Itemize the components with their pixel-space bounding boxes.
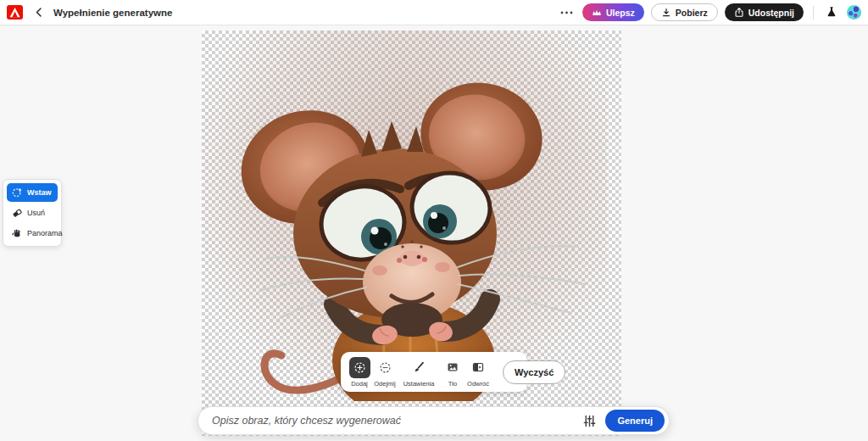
adobe-logo-icon[interactable] — [7, 5, 23, 20]
mode-item-pan[interactable]: Panorama — [7, 224, 58, 243]
share-icon — [734, 7, 744, 18]
brush-subtract-button[interactable]: Odejmij — [372, 357, 398, 388]
crown-icon — [592, 8, 602, 17]
back-button[interactable] — [31, 6, 45, 20]
more-options-icon[interactable] — [559, 4, 576, 21]
header-divider — [813, 6, 814, 20]
generate-button[interactable]: Generuj — [605, 410, 665, 432]
brush-toolbar: Dodaj Odejmij Ustawienia — [341, 352, 527, 392]
brush-add-button[interactable]: Dodaj — [347, 357, 372, 388]
prompt-settings-icon[interactable] — [581, 412, 598, 429]
mode-item-remove[interactable]: Usuń — [7, 204, 58, 222]
brush-add-icon — [349, 357, 370, 378]
background-image-icon — [442, 357, 464, 378]
mode-item-insert[interactable]: Wstaw — [7, 183, 58, 202]
prompt-bar: Generuj — [198, 406, 670, 435]
beta-flask-icon[interactable] — [823, 4, 840, 21]
upgrade-button[interactable]: Ulepsz — [582, 3, 644, 21]
background-button[interactable]: Tło — [440, 357, 465, 388]
download-icon — [661, 8, 671, 18]
prompt-input[interactable] — [212, 415, 573, 427]
download-button[interactable]: Pobierz — [651, 3, 718, 21]
mode-panel: Wstaw Usuń — [3, 179, 62, 247]
share-button[interactable]: Udostępnij — [725, 3, 804, 21]
page-title: Wypełnienie generatywne — [53, 8, 172, 18]
top-bar: Wypełnienie generatywne Ulepsz Pobie — [0, 0, 868, 25]
workspace: Wstaw Usuń — [0, 25, 868, 441]
invert-selection-icon — [468, 357, 489, 378]
brush-icon — [409, 357, 430, 378]
brush-settings-button[interactable]: Ustawienia — [406, 357, 431, 388]
hand-icon — [12, 228, 22, 238]
eraser-icon — [12, 208, 22, 218]
invert-button[interactable]: Odwróć — [465, 357, 491, 388]
clear-button[interactable]: Wyczyść — [503, 360, 565, 384]
insert-generative-icon — [12, 187, 22, 198]
avatar[interactable] — [847, 5, 861, 20]
brush-subtract-icon — [375, 357, 396, 378]
